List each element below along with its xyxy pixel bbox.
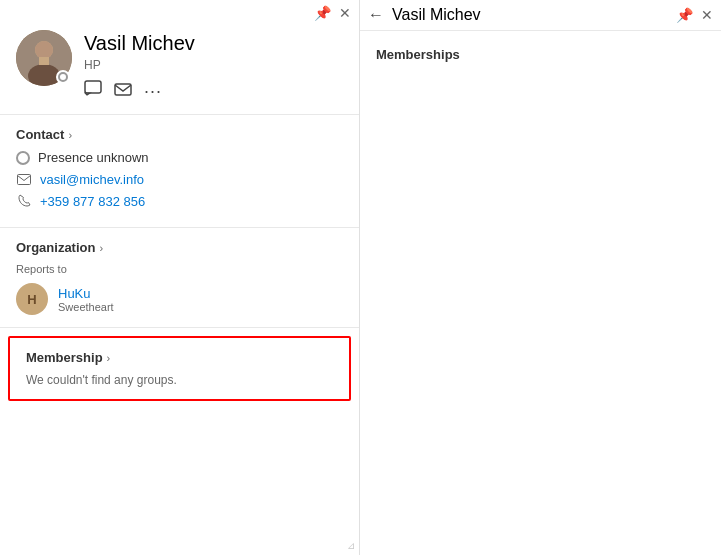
svg-rect-4 [39, 57, 49, 65]
close-icon-left[interactable]: ✕ [339, 6, 351, 20]
right-panel: ← Vasil Michev 📌 ✕ Memberships [360, 0, 721, 555]
memberships-title: Memberships [376, 47, 705, 62]
close-icon-right[interactable]: ✕ [701, 8, 713, 22]
org-person[interactable]: H HuKu Sweetheart [16, 283, 343, 315]
right-panel-header: ← Vasil Michev 📌 ✕ [360, 0, 721, 31]
contact-section: Contact › Presence unknown vasil@michev.… [0, 115, 359, 228]
svg-rect-6 [115, 84, 131, 95]
back-button[interactable]: ← [368, 6, 384, 24]
contact-title: Contact [16, 127, 64, 142]
svg-rect-5 [85, 81, 101, 93]
org-chevron: › [99, 242, 103, 254]
organization-section: Organization › Reports to H HuKu Sweethe… [0, 228, 359, 328]
phone-link[interactable]: +359 877 832 856 [40, 194, 145, 209]
contact-chevron: › [68, 129, 72, 141]
org-title: Organization [16, 240, 95, 255]
email-icon[interactable] [114, 80, 132, 102]
chat-icon[interactable] [84, 80, 102, 102]
presence-circle-icon [16, 151, 30, 165]
more-icon[interactable]: ··· [144, 81, 162, 102]
pin-icon-right[interactable]: 📌 [676, 8, 693, 22]
profile-actions: ··· [84, 80, 343, 102]
email-item: vasil@michev.info [16, 171, 343, 187]
profile-info: Vasil Michev HP · [84, 30, 343, 102]
manager-title: Sweetheart [58, 301, 114, 313]
pin-icon-left[interactable]: 📌 [314, 6, 331, 20]
manager-avatar: H [16, 283, 48, 315]
email-link[interactable]: vasil@michev.info [40, 172, 144, 187]
presence-item: Presence unknown [16, 150, 343, 165]
left-panel: 📌 ✕ [0, 0, 360, 555]
svg-rect-7 [18, 174, 31, 184]
presence-dot [56, 70, 70, 84]
left-panel-header: 📌 ✕ [0, 0, 359, 20]
avatar-container [16, 30, 72, 86]
org-section-header[interactable]: Organization › [16, 240, 343, 255]
manager-info: HuKu Sweetheart [58, 286, 114, 313]
resize-handle[interactable]: ⊿ [347, 540, 355, 551]
reports-to-label: Reports to [16, 263, 343, 275]
profile-section: Vasil Michev HP · [0, 20, 359, 115]
membership-title: Membership [26, 350, 103, 365]
phone-item: +359 877 832 856 [16, 193, 343, 209]
email-contact-icon [16, 171, 32, 187]
right-panel-name: Vasil Michev [392, 6, 481, 24]
membership-section: Membership › We couldn't find any groups… [8, 336, 351, 401]
svg-point-2 [35, 41, 53, 59]
phone-icon [16, 193, 32, 209]
right-content: Memberships [360, 31, 721, 90]
membership-section-header[interactable]: Membership › [26, 350, 333, 365]
right-header-left: ← Vasil Michev [368, 6, 481, 24]
no-groups-message: We couldn't find any groups. [26, 373, 333, 387]
presence-label: Presence unknown [38, 150, 149, 165]
contact-section-header[interactable]: Contact › [16, 127, 343, 142]
membership-chevron: › [107, 352, 111, 364]
profile-org: HP [84, 58, 343, 72]
right-header-icons: 📌 ✕ [676, 8, 713, 22]
profile-name: Vasil Michev [84, 30, 343, 56]
manager-name[interactable]: HuKu [58, 286, 114, 301]
